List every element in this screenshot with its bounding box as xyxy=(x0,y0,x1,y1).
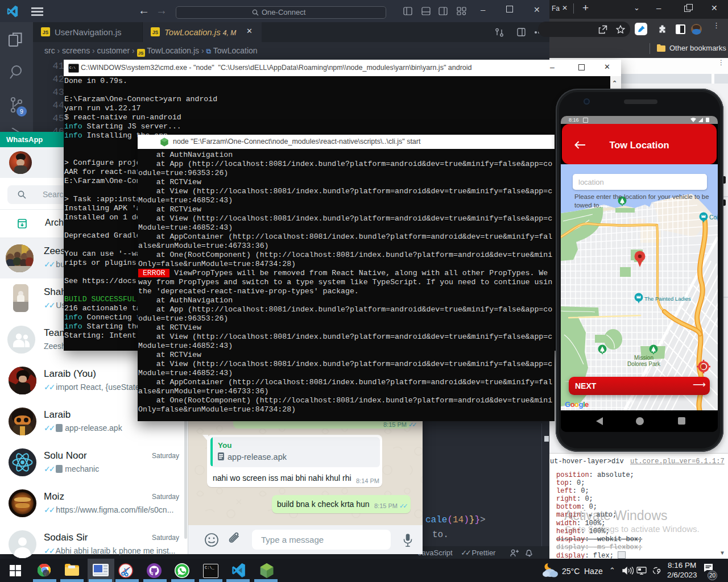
svg-text:Mission: Mission xyxy=(634,355,653,361)
svg-text:Coit: Coit xyxy=(709,214,718,221)
svg-text:The Painted Ladies: The Painted Ladies xyxy=(644,296,691,302)
svg-text:Dolores Park: Dolores Park xyxy=(627,361,661,367)
